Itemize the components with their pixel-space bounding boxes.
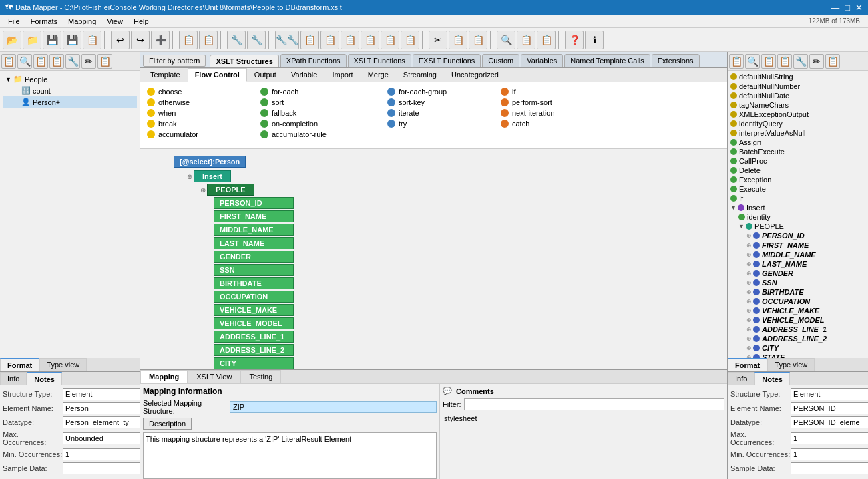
tab-mapping[interactable]: Mapping	[140, 370, 188, 383]
rvalue-minoccur[interactable]	[791, 448, 868, 460]
rtree-defaultNullNumber[interactable]: defaultNullNumber	[729, 82, 867, 91]
rvalue-structtype[interactable]	[791, 388, 868, 400]
rtree-OCCUPATION[interactable]: ⊕ OCCUPATION	[745, 297, 867, 306]
description-btn[interactable]: Description	[143, 418, 192, 430]
right-tb-btn5[interactable]: 🔧	[793, 54, 808, 69]
field-node-MIDDLE_NAME[interactable]: MIDDLE_NAME	[214, 224, 294, 236]
tree-item-person[interactable]: 👤 Person+	[3, 96, 137, 108]
field-node-PERSON_ID[interactable]: PERSON_ID	[214, 197, 294, 209]
select-node[interactable]: [@select]:Person	[174, 156, 246, 168]
tab-notes-left[interactable]: Notes	[27, 372, 62, 385]
xslt-item-when[interactable]: when	[147, 108, 240, 118]
field-node-CITY[interactable]: CITY	[214, 357, 294, 369]
menu-formats[interactable]: Formats	[25, 16, 63, 27]
toolbar-b3[interactable]: 🔧	[227, 31, 246, 49]
subtab-variable[interactable]: Variable	[284, 68, 325, 82]
rtree-MIDDLE_NAME[interactable]: ⊕ MIDDLE_NAME	[745, 250, 867, 259]
toolbar-b9[interactable]: 📋	[361, 31, 379, 49]
rvalue-maxoccur[interactable]	[791, 432, 868, 444]
subtab-output[interactable]: Output	[247, 68, 284, 82]
tab-custom[interactable]: Custom	[482, 54, 519, 67]
xslt-item-for-each[interactable]: for-each	[260, 86, 367, 97]
right-tb-btn6[interactable]: ✏	[809, 54, 824, 69]
xslt-item-perform-sort[interactable]: perform-sort	[501, 97, 594, 108]
tab-xslt-structures[interactable]: XSLT Structures	[210, 55, 278, 67]
rtree-Exception[interactable]: Exception	[729, 175, 867, 184]
filter-input[interactable]	[464, 398, 725, 410]
field-node-VEHICLE_MAKE[interactable]: VEHICLE_MAKE	[214, 304, 294, 316]
right-tb-btn7[interactable]: 📋	[825, 54, 840, 69]
toolbar-b5[interactable]: 🔧🔧	[275, 31, 299, 49]
rtree-VEHICLE_MODEL[interactable]: ⊕ VEHICLE_MODEL	[745, 315, 867, 325]
left-tb-btn4[interactable]: 📋	[49, 54, 64, 69]
xslt-item-if[interactable]: if	[501, 86, 594, 97]
rtree-Insert[interactable]: ▼ Insert	[729, 203, 867, 212]
tab-typeview-right[interactable]: Type view	[767, 358, 815, 371]
rtree-SSN[interactable]: ⊕ SSN	[745, 278, 867, 287]
field-node-ADDRESS_LINE_2[interactable]: ADDRESS_LINE_2	[214, 344, 294, 356]
toolbar-undo[interactable]: ↩	[111, 31, 130, 49]
maximize-btn[interactable]: □	[845, 3, 850, 13]
rtree-tagNameChars[interactable]: tagNameChars	[729, 100, 867, 110]
rtree-Delete[interactable]: Delete	[729, 166, 867, 175]
subtab-template[interactable]: Template	[143, 68, 188, 82]
xslt-item-next-iteration[interactable]: next-iteration	[501, 108, 594, 118]
close-btn[interactable]: ✕	[855, 3, 863, 13]
rtree-Execute[interactable]: Execute	[729, 184, 867, 194]
xslt-item-sort-key[interactable]: sort-key	[387, 97, 481, 108]
rvalue-sampledata[interactable]	[791, 462, 868, 474]
rtree-PERSON_ID[interactable]: ⊕ PERSON_ID	[745, 231, 867, 241]
menu-file[interactable]: File	[3, 16, 25, 27]
subtab-merge[interactable]: Merge	[361, 68, 396, 82]
left-tb-btn6[interactable]: ✏	[81, 54, 96, 69]
filter-by-pattern-btn[interactable]: Filter by pattern	[143, 55, 206, 67]
left-tb-btn7[interactable]: 📋	[97, 54, 112, 69]
toolbar-cut[interactable]: ✂	[429, 31, 447, 49]
rtree-identityQuery[interactable]: identityQuery	[729, 119, 867, 128]
toolbar-help[interactable]: ❓	[565, 31, 584, 49]
rtree-XMLExceptionOutput[interactable]: XMLExceptionOutput	[729, 110, 867, 119]
tab-info-right[interactable]: Info	[728, 372, 754, 385]
description-area[interactable]: This mapping structure represents a 'ZIP…	[143, 432, 437, 479]
tree-item-people[interactable]: ▼ 📁 People	[3, 73, 137, 85]
right-tb-btn2[interactable]: 🔍	[745, 54, 760, 69]
tab-xslt-view[interactable]: XSLT View	[188, 370, 240, 383]
subtab-uncategorized[interactable]: Uncategorized	[444, 68, 506, 82]
toolbar-add[interactable]: ➕	[151, 31, 170, 49]
xslt-item-sort[interactable]: sort	[260, 97, 367, 108]
field-node-SSN[interactable]: SSN	[214, 264, 294, 276]
menu-mapping[interactable]: Mapping	[63, 16, 101, 27]
rtree-interpretValueAsNull[interactable]: interpretValueAsNull	[729, 128, 867, 138]
insert-node[interactable]: Insert	[194, 170, 231, 182]
rtree-LAST_NAME[interactable]: ⊕ LAST_NAME	[745, 259, 867, 269]
toolbar-redo[interactable]: ↪	[131, 31, 150, 49]
left-tb-btn1[interactable]: 📋	[1, 54, 16, 69]
toolbar-new[interactable]: 📂	[3, 31, 21, 49]
field-node-LAST_NAME[interactable]: LAST_NAME	[214, 237, 294, 249]
mapping-canvas[interactable]: [@select]:Person ⊕ Insert ⊕ PEOPLE PERSO…	[140, 149, 727, 369]
left-tb-btn2[interactable]: 🔍	[17, 54, 32, 69]
toolbar-b10[interactable]: 📋	[381, 31, 399, 49]
tab-extensions[interactable]: Extensions	[652, 54, 700, 67]
xslt-item-break[interactable]: break	[147, 118, 240, 129]
rtree-ADDRESS_LINE_1[interactable]: ⊕ ADDRESS_LINE_1	[745, 325, 867, 334]
rtree-CITY[interactable]: ⊕ CITY	[745, 343, 867, 353]
toolbar-copy[interactable]: 📋	[449, 31, 467, 49]
tab-named-template-calls[interactable]: Named Template Calls	[564, 54, 650, 67]
field-node-ADDRESS_LINE_1[interactable]: ADDRESS_LINE_1	[214, 331, 294, 343]
subtab-flowcontrol[interactable]: Flow Control	[188, 68, 247, 82]
xslt-item-accum-rule[interactable]: accumulator-rule	[260, 129, 367, 140]
field-node-FIRST_NAME[interactable]: FIRST_NAME	[214, 210, 294, 222]
toolbar-b14[interactable]: 📋	[537, 31, 556, 49]
toolbar-save[interactable]: 💾	[43, 31, 61, 49]
rtree-STATE[interactable]: ⊕ STATE	[745, 353, 867, 358]
rtree-FIRST_NAME[interactable]: ⊕ FIRST_NAME	[745, 241, 867, 250]
toolbar-save2[interactable]: 💾	[63, 31, 81, 49]
right-tb-btn4[interactable]: 📋	[777, 54, 792, 69]
rtree-BatchExecute[interactable]: BatchExecute	[729, 147, 867, 156]
people-node[interactable]: PEOPLE	[207, 184, 254, 196]
minimize-btn[interactable]: —	[831, 3, 839, 13]
xslt-item-otherwise[interactable]: otherwise	[147, 97, 240, 108]
field-node-OCCUPATION[interactable]: OCCUPATION	[214, 291, 294, 303]
rtree-VEHICLE_MAKE[interactable]: ⊕ VEHICLE_MAKE	[745, 306, 867, 315]
